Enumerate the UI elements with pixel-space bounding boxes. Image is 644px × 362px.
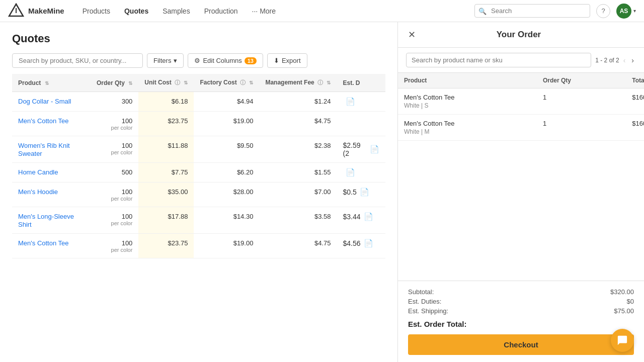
product-link[interactable]: Men's Hoodie (18, 188, 58, 196)
document-icon[interactable]: 📄 (360, 188, 369, 197)
qty-sub: per color (97, 196, 132, 202)
factory-cost: $19.00 (233, 239, 254, 247)
chat-bubble[interactable] (611, 329, 634, 352)
document-icon[interactable]: 📄 (346, 97, 355, 106)
qty-value: 500 (122, 168, 133, 176)
sort-icon: ⇅ (184, 80, 188, 85)
shipping-label: Est. Shipping: (408, 307, 448, 315)
qty-value: 100 (122, 188, 133, 196)
nav-products[interactable]: Products (76, 4, 116, 18)
col-unit-cost[interactable]: Unit Cost ⓘ ⇅ (138, 74, 194, 92)
col-est-d: Est. D (337, 74, 385, 92)
product-link[interactable]: Men's Cotton Tee (18, 239, 69, 247)
filters-chevron-icon: ▾ (174, 57, 177, 64)
unit-cost: $7.75 (172, 168, 188, 176)
unit-cost: $6.18 (172, 98, 188, 105)
qty-sub: per color (97, 149, 132, 155)
order-panel-header: ✕ Your Order (398, 22, 644, 48)
product-search-input[interactable] (12, 53, 143, 68)
quotes-table-wrap: Product ⇅ Order Qty ⇅ Unit Cost ⓘ ⇅ (12, 74, 385, 258)
left-panel: Quotes Filters ▾ ⚙ Edit Columns 13 ⬇ Exp… (0, 22, 397, 362)
col-mgmt-fee[interactable]: Management Fee ⓘ ⇅ (259, 74, 337, 92)
avatar-menu[interactable]: AS ▾ (616, 4, 636, 19)
search-input[interactable] (474, 4, 590, 18)
mgmt-fee: $1.24 (314, 98, 331, 105)
info-icon: ⓘ (317, 79, 323, 85)
col-factory-cost[interactable]: Factory Cost ⓘ ⇅ (194, 74, 259, 92)
page-title: Quotes (12, 32, 385, 45)
product-link[interactable]: Men's Cotton Tee (18, 117, 69, 125)
toolbar: Filters ▾ ⚙ Edit Columns 13 ⬇ Export (12, 53, 385, 68)
pagination-next-button[interactable]: › (629, 55, 636, 65)
factory-cost: $19.00 (233, 117, 254, 125)
duties-value: $0 (627, 298, 634, 305)
document-icon[interactable]: 📄 (346, 168, 355, 177)
est-total-label: Est. Order Total: (408, 320, 466, 328)
rp-col-qty: Order Qty (537, 73, 626, 88)
navbar: MakeMine Products Quotes Samples Product… (0, 0, 644, 22)
quotes-table: Product ⇅ Order Qty ⇅ Unit Cost ⓘ ⇅ (12, 74, 385, 258)
search-icon: 🔍 (478, 7, 487, 15)
main-layout: Quotes Filters ▾ ⚙ Edit Columns 13 ⬇ Exp… (0, 22, 644, 362)
pagination-info: 1 - 2 of 2 ‹ › (595, 55, 636, 65)
checkout-button[interactable]: Checkout (408, 334, 634, 355)
qty-value: 100 (122, 117, 133, 125)
est-order-total: Est. Order Total: (408, 320, 634, 328)
nav-right: 🔍 ? AS ▾ (474, 4, 636, 19)
duties-label: Est. Duties: (408, 298, 441, 305)
factory-cost: $14.30 (233, 213, 254, 220)
gear-icon: ⚙ (194, 57, 200, 64)
qty-sub: per color (97, 125, 132, 131)
col-product[interactable]: Product ⇅ (12, 74, 91, 92)
order-items-body: Product Order Qty Total Men's Cotton Tee… (398, 73, 644, 281)
product-link[interactable]: Home Candle (18, 168, 58, 176)
order-item-product: Men's Cotton Tee White | S (398, 88, 537, 115)
qty-value: 100 (122, 142, 133, 149)
nav-production[interactable]: Production (198, 4, 244, 18)
document-icon[interactable]: 📄 (370, 145, 379, 154)
unit-cost: $23.75 (168, 117, 188, 125)
table-row: Men's Cotton Tee 100 per color $23.75$19… (12, 112, 385, 136)
subtotal-value: $320.00 (610, 288, 634, 296)
close-button[interactable]: ✕ (408, 29, 416, 40)
qty-value: 100 (122, 239, 133, 247)
table-row: Home Candle 500 $7.75$6.20$1.55 📄 (12, 163, 385, 183)
filters-button[interactable]: Filters ▾ (147, 53, 184, 68)
mgmt-fee: $3.58 (314, 213, 331, 220)
factory-cost: $28.00 (233, 188, 254, 196)
product-link[interactable]: Dog Collar - Small (18, 98, 71, 105)
table-row: Men's Long-Sleeve Shirt 100 per color $1… (12, 207, 385, 234)
unit-cost: $23.75 (168, 239, 188, 247)
product-link[interactable]: Women's Rib Knit Sweater (18, 142, 70, 157)
nav-samples[interactable]: Samples (156, 4, 196, 18)
est-d-value: $3.44 (343, 213, 360, 221)
qty-sub: per color (97, 220, 132, 226)
nav-more[interactable]: ··· More (246, 4, 282, 18)
edit-columns-button[interactable]: ⚙ Edit Columns 13 (188, 53, 263, 68)
col-order-qty[interactable]: Order Qty ⇅ (91, 74, 138, 92)
order-item-row: Men's Cotton Tee White | M 1 $160.00 ··· (398, 115, 644, 141)
unit-cost: $35.00 (168, 188, 188, 196)
document-icon[interactable]: 📄 (364, 212, 373, 221)
order-item-product: Men's Cotton Tee White | M (398, 115, 537, 141)
table-row: Dog Collar - Small 300 $6.18$4.94$1.24 📄 (12, 92, 385, 112)
sort-icon: ⇅ (45, 80, 49, 86)
unit-cost: $11.88 (168, 142, 188, 149)
factory-cost: $4.94 (237, 98, 254, 105)
pagination-prev-button[interactable]: ‹ (621, 55, 628, 65)
sort-icon: ⇅ (249, 80, 253, 85)
info-icon: ⓘ (175, 79, 180, 85)
nav-quotes[interactable]: Quotes (118, 4, 154, 18)
help-icon[interactable]: ? (596, 4, 610, 18)
document-icon[interactable]: 📄 (364, 239, 373, 248)
avatar-chevron-icon: ▾ (633, 8, 636, 14)
order-item-row: Men's Cotton Tee White | S 1 $160.00 ··· (398, 88, 644, 115)
order-search-input[interactable] (406, 53, 591, 67)
qty-value: 100 (122, 213, 133, 220)
subtotal-label: Subtotal: (408, 288, 434, 296)
brand-logo[interactable]: MakeMine (8, 3, 64, 19)
product-link[interactable]: Men's Long-Sleeve Shirt (18, 213, 74, 228)
export-button[interactable]: ⬇ Export (267, 53, 307, 68)
order-panel-title: Your Order (416, 30, 622, 40)
table-row: Men's Hoodie 100 per color $35.00$28.00$… (12, 183, 385, 207)
